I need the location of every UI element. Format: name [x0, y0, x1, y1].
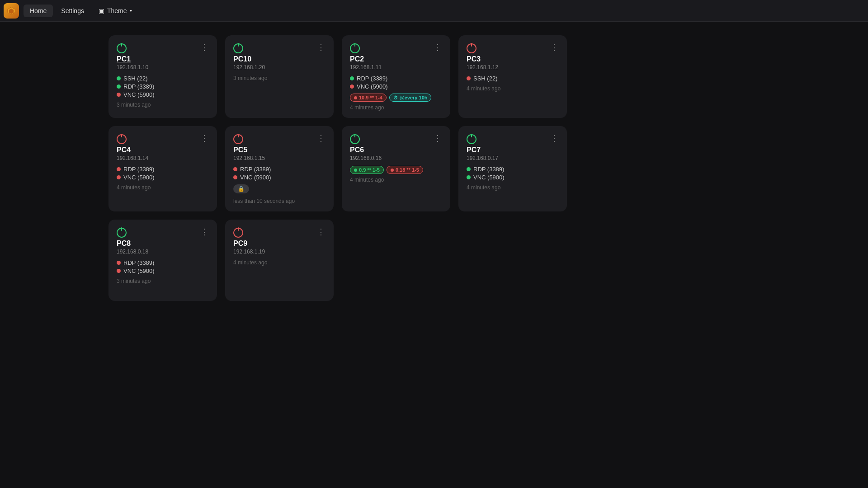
power-icon[interactable] [233, 228, 243, 238]
timestamp: less than 10 seconds ago [233, 198, 326, 204]
menu-button[interactable]: ⋮ [317, 43, 326, 52]
card-header: ⋮ [117, 134, 209, 144]
service-label: RDP (3389) [123, 83, 154, 90]
status-dot [117, 269, 121, 273]
service-label: VNC (5900) [123, 174, 155, 181]
timestamp: 3 minutes ago [117, 102, 209, 108]
power-icon[interactable] [233, 43, 243, 53]
card-pc5: ⋮PC5192.168.1.15RDP (3389)VNC (5900)🔒les… [225, 126, 334, 211]
navbar: Home Settings ▣ Theme ▾ [0, 0, 868, 22]
card-header: ⋮ [117, 228, 209, 238]
card-ip: 192.168.1.14 [117, 155, 209, 161]
power-icon[interactable] [467, 134, 476, 144]
card-title: PC2 [350, 55, 442, 63]
service-item: VNC (5900) [117, 174, 209, 181]
badge-dot [354, 169, 357, 172]
service-list: SSH (22)RDP (3389)VNC (5900) [117, 75, 209, 98]
timestamp: 4 minutes ago [233, 259, 326, 266]
lock-icon: 🔒 [238, 186, 245, 192]
menu-button[interactable]: ⋮ [434, 134, 442, 142]
status-dot [350, 76, 354, 80]
menu-button[interactable]: ⋮ [550, 134, 559, 142]
service-item: RDP (3389) [117, 259, 209, 266]
service-label: RDP (3389) [123, 166, 154, 173]
theme-icon: ▣ [99, 7, 104, 14]
chevron-down-icon: ▾ [130, 8, 132, 13]
power-icon[interactable] [350, 134, 360, 144]
card-title[interactable]: PC1 [117, 55, 209, 63]
power-icon[interactable] [350, 43, 360, 53]
badge: 0.9 ** 1-5 [350, 166, 384, 174]
card-pc10: ⋮PC10192.168.1.203 minutes ago [225, 35, 334, 118]
card-title: PC9 [233, 239, 326, 248]
menu-button[interactable]: ⋮ [200, 43, 209, 52]
status-dot [233, 167, 237, 171]
service-label: SSH (22) [473, 75, 497, 82]
status-dot [117, 76, 121, 80]
badge: 0.18 ** 1-5 [387, 166, 423, 174]
timestamp: 3 minutes ago [233, 75, 326, 81]
timestamp: 4 minutes ago [350, 104, 442, 111]
card-title: PC3 [467, 55, 559, 63]
menu-button[interactable]: ⋮ [317, 134, 326, 142]
card-title: PC4 [117, 146, 209, 154]
card-pc8: ⋮PC8192.168.0.18RDP (3389)VNC (5900)3 mi… [108, 220, 217, 301]
power-icon[interactable] [117, 43, 127, 53]
menu-button[interactable]: ⋮ [434, 43, 442, 52]
service-label: RDP (3389) [123, 259, 154, 266]
menu-button[interactable]: ⋮ [317, 228, 326, 236]
service-item: VNC (5900) [350, 83, 442, 90]
service-item: RDP (3389) [117, 83, 209, 90]
card-header: ⋮ [467, 43, 559, 53]
service-item: VNC (5900) [117, 91, 209, 98]
card-pc1: ⋮PC1192.168.1.10SSH (22)RDP (3389)VNC (5… [108, 35, 217, 118]
power-icon[interactable] [233, 134, 243, 144]
status-dot [467, 76, 471, 80]
menu-button[interactable]: ⋮ [550, 43, 559, 52]
card-header: ⋮ [350, 134, 442, 144]
service-item: RDP (3389) [350, 75, 442, 82]
status-dot [117, 167, 121, 171]
menu-button[interactable]: ⋮ [200, 228, 209, 236]
service-label: VNC (5900) [357, 83, 388, 90]
power-icon[interactable] [117, 134, 127, 144]
service-list: RDP (3389)VNC (5900) [117, 166, 209, 181]
card-title: PC10 [233, 55, 326, 63]
menu-button[interactable]: ⋮ [200, 134, 209, 142]
card-title: PC7 [467, 146, 559, 154]
service-item: RDP (3389) [117, 166, 209, 173]
service-list: SSH (22) [467, 75, 559, 82]
status-dot [117, 261, 121, 265]
app-logo [4, 3, 19, 19]
badge-row: 10.9 ** 1-4⏱@every 10h [350, 94, 442, 102]
service-label: VNC (5900) [473, 174, 505, 181]
service-item: SSH (22) [467, 75, 559, 82]
card-ip: 192.168.1.15 [233, 155, 326, 161]
settings-nav-btn[interactable]: Settings [55, 5, 90, 17]
service-list: RDP (3389)VNC (5900) [467, 166, 559, 181]
service-label: VNC (5900) [123, 267, 155, 274]
card-header: ⋮ [467, 134, 559, 144]
home-nav-btn[interactable]: Home [24, 5, 53, 17]
lock-badge: 🔒 [233, 184, 249, 193]
card-ip: 192.168.1.20 [233, 64, 326, 70]
timestamp: 4 minutes ago [117, 184, 209, 191]
service-item: SSH (22) [117, 75, 209, 82]
power-icon[interactable] [117, 228, 127, 238]
card-header: ⋮ [233, 228, 326, 238]
service-list: RDP (3389)VNC (5900) [350, 75, 442, 90]
theme-nav-btn[interactable]: ▣ Theme ▾ [92, 5, 138, 17]
timestamp: 4 minutes ago [467, 184, 559, 191]
card-title: PC6 [350, 146, 442, 154]
card-ip: 192.168.1.19 [233, 249, 326, 255]
service-item: RDP (3389) [233, 166, 326, 173]
badge-dot [354, 96, 357, 99]
clock-icon: ⏱ [393, 95, 398, 100]
service-item: VNC (5900) [233, 174, 326, 181]
power-icon[interactable] [467, 43, 476, 53]
card-ip: 192.168.0.18 [117, 249, 209, 255]
badge-dot [391, 169, 394, 172]
service-label: RDP (3389) [473, 166, 504, 173]
card-header: ⋮ [117, 43, 209, 53]
card-title: PC5 [233, 146, 326, 154]
